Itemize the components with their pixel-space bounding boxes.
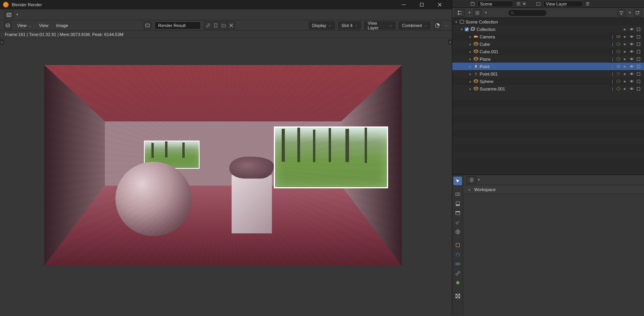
tree-row[interactable]: ▸Camera|◂ [452,33,644,40]
hide-toggle[interactable] [628,34,635,40]
select-toggle[interactable]: ◂ [621,71,628,77]
tab-object[interactable] [453,241,462,249]
disable-toggle[interactable] [635,26,642,33]
view-menu-2[interactable]: View [37,22,51,29]
object-data-icon[interactable] [615,71,621,77]
disclosure-icon[interactable]: ▸ [468,65,473,69]
remove-image-button[interactable] [227,22,235,29]
exclude-toggle[interactable]: ◂ [621,26,628,33]
object-data-icon[interactable] [615,56,621,62]
tab-render[interactable] [453,190,462,199]
close-button[interactable] [431,0,449,9]
image-menu[interactable]: Image [54,22,70,29]
checkbox[interactable] [464,27,470,32]
select-toggle[interactable]: ◂ [621,34,628,40]
object-data-icon[interactable] [615,34,621,40]
object-data-icon[interactable] [615,63,621,70]
region-toggle-left[interactable]: ▸ [0,39,4,45]
viewlayer-new-button[interactable]: ☰ [585,1,591,7]
new-image-button[interactable] [212,22,219,29]
object-data-icon[interactable] [615,41,621,47]
editor-type-dropdown[interactable] [4,11,14,19]
disclosure-icon[interactable]: ▾ [459,27,464,31]
outliner-editor-type-dropdown[interactable] [455,9,465,17]
outliner-search-input[interactable] [508,9,547,16]
hide-toggle[interactable] [628,63,635,70]
tree-row[interactable]: ▸Point.001|◂ [452,70,644,78]
disclosure-icon[interactable]: ▸ [468,72,473,76]
tree-row[interactable]: ▸Cube.001|◂ [452,48,644,55]
hide-toggle[interactable] [628,26,635,33]
minimize-button[interactable] [395,0,413,9]
hide-toggle[interactable] [628,56,635,62]
select-toggle[interactable]: ◂ [621,56,628,62]
image-datablock-icon[interactable] [144,22,151,29]
maximize-button[interactable] [413,0,431,9]
slot-dropdown[interactable]: Slot 4 ⌄ [338,22,361,29]
tree-row-scene-collection[interactable]: ▾ Scene Collection [452,18,644,25]
workspace-panel-header[interactable]: ▸ Workspace [463,185,644,194]
region-toggle-right[interactable]: ◂ [448,39,452,45]
disable-toggle[interactable] [635,86,642,92]
properties-editor-type-dropdown[interactable] [466,176,477,184]
disable-toggle[interactable] [635,56,642,62]
viewlayer-name-field[interactable]: View Layer [543,1,583,7]
select-toggle[interactable]: ◂ [621,86,628,92]
outliner-tree[interactable]: ▾ Scene Collection ▾ Collection ◂ ▸Camer [452,18,644,175]
tree-row[interactable]: ▸Plane|◂ [452,55,644,63]
scene-browse-button[interactable]: ☰ [515,1,521,7]
tab-viewlayer[interactable] [453,209,462,217]
disclosure-icon[interactable]: ▸ [468,57,473,61]
select-toggle[interactable]: ◂ [621,49,628,55]
tree-row[interactable]: ▸Point|◂ [452,63,644,70]
hide-toggle[interactable] [628,78,635,85]
outliner-display-mode-dropdown[interactable] [473,9,481,17]
tree-row[interactable]: ▸Cube|◂ [452,40,644,48]
disclosure-icon[interactable]: ▸ [468,35,473,39]
image-viewport[interactable]: ▸ ◂ [0,38,452,316]
hide-toggle[interactable] [628,71,635,77]
tree-row[interactable]: ▸Sphere|◂ [452,78,644,85]
outliner-new-collection-button[interactable] [634,9,642,17]
tree-row-collection[interactable]: ▾ Collection ◂ [452,25,644,33]
select-toggle[interactable]: ◂ [621,78,628,85]
object-data-icon[interactable] [615,49,621,55]
scene-name-field[interactable]: Scene [477,1,513,7]
open-image-button[interactable] [219,22,227,29]
tab-modifiers[interactable] [453,250,462,259]
hide-toggle[interactable] [628,49,635,55]
hide-toggle[interactable] [628,86,635,92]
header-corner-icon[interactable] [4,22,12,29]
disable-toggle[interactable] [635,41,642,47]
tab-texture[interactable] [453,292,462,300]
disable-toggle[interactable] [635,71,642,77]
object-data-icon[interactable] [615,86,621,92]
select-toggle[interactable]: ◂ [621,63,628,70]
tab-active-tool[interactable] [453,177,462,185]
select-toggle[interactable]: ◂ [621,41,628,47]
color-channels-button[interactable] [434,22,441,29]
disable-toggle[interactable] [635,49,642,55]
scene-delete-button[interactable]: ✕ [521,1,527,7]
object-data-icon[interactable] [615,78,621,85]
disclosure-icon[interactable]: ▸ [468,42,473,46]
disclosure-icon[interactable]: ▸ [467,188,472,191]
display-mode-dropdown[interactable]: Display ⌄ [309,22,335,29]
disable-toggle[interactable] [635,78,642,85]
view-menu[interactable]: View ⌄ [15,22,34,29]
hide-toggle[interactable] [628,41,635,47]
pass-dropdown[interactable]: Combined ⌄ [399,22,430,29]
disable-toggle[interactable] [635,34,642,40]
disable-toggle[interactable] [635,63,642,70]
disclosure-icon[interactable]: ▸ [468,79,473,83]
tab-data[interactable] [453,278,462,287]
outliner-filter-button[interactable] [617,9,625,17]
search-field[interactable] [516,11,543,15]
disclosure-icon[interactable]: ▾ [454,20,459,24]
disclosure-icon[interactable]: ▸ [468,50,473,54]
tab-constraints[interactable] [453,269,462,278]
unlink-button[interactable] [204,22,212,29]
disclosure-icon[interactable]: ▸ [468,87,473,91]
viewlayer-dropdown[interactable]: View Layer ⌄ [364,22,396,29]
tab-scene[interactable] [453,218,462,227]
